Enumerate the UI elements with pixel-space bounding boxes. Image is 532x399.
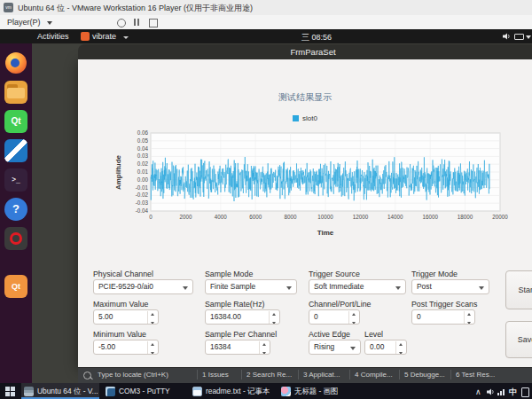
spin-down-icon[interactable]	[151, 352, 154, 355]
tray-chevron[interactable]: ∧	[475, 387, 481, 396]
taskbar-item-vmware[interactable]: Ubuntu 64 位 - V...	[21, 383, 99, 399]
vm-fullscreen-icon[interactable]	[149, 19, 158, 27]
start-button[interactable]: Start	[505, 270, 532, 309]
volume-icon[interactable]	[486, 387, 495, 396]
taskbar-item-paint[interactable]: 无标题 - 画图	[278, 383, 351, 399]
app-menu[interactable]: vibrate	[92, 32, 116, 41]
spin-up-icon[interactable]	[272, 313, 276, 316]
svg-text:-0.02: -0.02	[136, 192, 149, 198]
pane-test-results[interactable]: 6 Test Res...	[456, 371, 495, 379]
active-edge-label: Active Edge	[309, 330, 350, 339]
qt-icon[interactable]: Qt	[4, 110, 27, 133]
sample-per-channel-spinbox[interactable]: 16384	[205, 340, 270, 355]
spin-down-icon[interactable]	[467, 322, 471, 325]
spin-up-icon[interactable]	[352, 313, 356, 316]
software-store-icon[interactable]: Qt	[4, 275, 27, 298]
help-icon[interactable]: ?	[4, 198, 27, 221]
sample-rate-value: 16384.00	[210, 312, 241, 321]
screenshot-root: vm Ubuntu 64 位 - VMware Workstation 16 P…	[0, 0, 532, 399]
files-icon[interactable]	[4, 81, 27, 104]
chevron-down-icon	[479, 286, 484, 290]
spin-up-icon[interactable]	[151, 343, 154, 346]
vm-suspend-icon[interactable]	[133, 19, 140, 26]
taskbar-item-notepad[interactable]: readme.txt - 记事本	[190, 383, 275, 399]
chart-legend: slot0	[78, 114, 532, 122]
physical-channel-combo[interactable]: PCIE-9529-0/ai0	[93, 279, 193, 294]
chevron-down-icon	[350, 347, 356, 350]
divider	[197, 370, 198, 379]
pane-search-results[interactable]: 2 Search Re...	[246, 371, 292, 379]
chevron-down-icon	[395, 286, 401, 290]
post-trigger-scans-value: 0	[417, 312, 421, 321]
divider	[399, 370, 400, 379]
divider	[450, 370, 451, 379]
screen-recorder-icon[interactable]	[4, 227, 27, 250]
spin-up-icon[interactable]	[467, 313, 471, 316]
svg-text:0.01: 0.01	[137, 168, 149, 175]
post-trigger-scans-spinbox[interactable]: 0	[411, 309, 475, 325]
maximum-value-spinbox[interactable]: 5.00	[93, 309, 159, 325]
clock[interactable]: 三 08:56	[301, 32, 332, 43]
app-menu-icon[interactable]	[81, 32, 90, 41]
spin-down-icon[interactable]	[352, 322, 356, 325]
svg-text:0.04: 0.04	[137, 145, 149, 152]
sample-mode-value: Finite Sample	[210, 282, 255, 291]
notification-center-icon[interactable]	[521, 387, 529, 397]
volume-icon[interactable]	[502, 32, 511, 41]
active-edge-combo[interactable]: Rising	[309, 340, 361, 355]
firefox-icon[interactable]	[4, 51, 27, 74]
spin-up-icon[interactable]	[399, 343, 403, 346]
svg-text:2000: 2000	[179, 214, 192, 220]
sample-rate-spinbox[interactable]: 16384.00	[205, 309, 280, 325]
svg-text:6000: 6000	[249, 214, 262, 220]
player-menu[interactable]: Player(P)	[7, 18, 41, 27]
trigger-mode-combo[interactable]: Post	[411, 279, 489, 294]
spin-down-icon[interactable]	[399, 352, 403, 355]
vmware-menubar: Player(P)	[0, 15, 532, 30]
vscode-icon[interactable]	[4, 139, 27, 162]
pane-compile-output[interactable]: 4 Compile...	[355, 371, 393, 379]
spin-down-icon[interactable]	[272, 322, 276, 325]
window-title: Ubuntu 64 位 - VMware Workstation 16 Play…	[18, 3, 253, 14]
start-button[interactable]	[4, 386, 17, 398]
spin-up-icon[interactable]	[151, 313, 154, 316]
spin-up-icon[interactable]	[262, 343, 266, 346]
svg-text:12000: 12000	[353, 214, 369, 220]
legend-label: slot0	[302, 114, 317, 122]
system-menu-chevron-icon[interactable]	[526, 35, 531, 39]
ime-indicator[interactable]: 中	[509, 387, 517, 398]
battery-icon[interactable]	[514, 34, 524, 40]
svg-text:14000: 14000	[387, 214, 403, 220]
trigger-source-combo[interactable]: Soft Immediate	[309, 279, 406, 294]
pane-application-output[interactable]: 3 Applicat...	[303, 371, 340, 379]
terminal-icon[interactable]: >_	[4, 168, 27, 192]
minimum-value-spinbox[interactable]: -5.00	[93, 340, 159, 355]
frmparaset-headerbar[interactable]: FrmParaSet	[78, 44, 532, 59]
svg-text:0.02: 0.02	[137, 160, 149, 167]
svg-text:0: 0	[149, 214, 153, 220]
trigger-mode-value: Post	[417, 282, 432, 291]
sample-mode-label: Sample Mode	[205, 270, 253, 278]
notepad-icon	[192, 387, 202, 396]
post-trigger-scans-label: Post Trigger Scans	[411, 300, 477, 309]
network-icon[interactable]	[497, 389, 505, 395]
taskbar-item-label: 无标题 - 画图	[294, 387, 338, 396]
chevron-down-icon[interactable]	[123, 36, 129, 39]
vm-power-icon[interactable]	[117, 19, 126, 27]
locator-field[interactable]: Type to locate (Ctrl+K)	[98, 371, 168, 379]
activities-button[interactable]: Activities	[37, 32, 69, 41]
level-spinbox[interactable]: 0.00	[364, 340, 407, 355]
pane-debugger[interactable]: 5 Debugge...	[404, 371, 445, 379]
vmware-titlebar: vm Ubuntu 64 位 - VMware Workstation 16 P…	[0, 0, 532, 16]
channel-port-line-value: 0	[314, 312, 318, 321]
chart-title: 测试结果显示	[78, 91, 532, 104]
chevron-down-icon[interactable]	[47, 21, 52, 25]
sample-mode-combo[interactable]: Finite Sample	[205, 279, 297, 294]
save-button[interactable]: Save	[505, 321, 532, 358]
channel-port-line-spinbox[interactable]: 0	[309, 309, 360, 325]
spin-down-icon[interactable]	[262, 352, 266, 355]
maximum-value: 5.00	[98, 312, 113, 321]
spin-down-icon[interactable]	[151, 322, 154, 325]
taskbar-item-putty[interactable]: COM3 - PuTTY	[103, 383, 176, 399]
pane-issues[interactable]: 1 Issues	[202, 371, 229, 379]
